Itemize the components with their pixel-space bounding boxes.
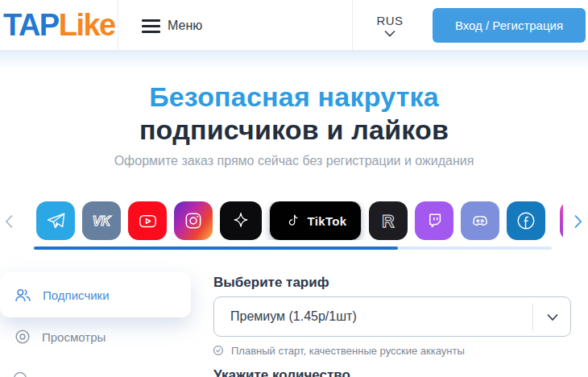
sidebar-item-label: Просмотры — [42, 330, 106, 344]
page-title-line1: Безопасная накрутка — [0, 81, 588, 114]
sidebar-item-label: Подписчики — [43, 288, 110, 302]
language-label: RUS — [372, 14, 408, 27]
tiktok-label: TikTok — [308, 214, 347, 228]
page-title: Безопасная накрутка подписчиков и лайков — [0, 81, 588, 147]
carousel-progress-fill — [34, 246, 398, 250]
header-divider-left — [118, 0, 118, 50]
page: TAPLike Меню RUS Вход / Регистрация Безо… — [0, 0, 588, 377]
network-instagram-icon[interactable] — [174, 201, 213, 240]
rutube-letter: R — [382, 212, 394, 231]
partial-icon — [13, 371, 27, 377]
chevron-down-icon — [383, 30, 396, 37]
eye-icon — [13, 327, 32, 346]
chevron-down-icon — [544, 309, 561, 326]
sidebar-item-subscribers[interactable]: Подписчики — [0, 272, 191, 317]
carousel-progress-track[interactable] — [34, 246, 552, 250]
network-twitch-icon[interactable] — [415, 201, 453, 240]
hamburger-icon — [142, 19, 160, 33]
logo-part-like: Like — [59, 8, 115, 42]
tiktok-note-icon — [284, 212, 302, 230]
network-rutube-icon[interactable]: R — [369, 201, 408, 240]
tariff-note: Плавный старт, качественные русские акка… — [212, 344, 465, 357]
header-bottom-gradient — [0, 50, 588, 69]
network-telegram-icon[interactable] — [36, 201, 75, 240]
carousel-prev-button[interactable] — [5, 214, 14, 229]
logo[interactable]: TAPLike — [3, 6, 115, 44]
network-tiktok-icon[interactable]: TikTok — [269, 201, 362, 240]
quantity-label: Укажите количество — [213, 367, 350, 377]
network-discord-icon[interactable] — [461, 201, 499, 240]
network-facebook-icon[interactable] — [507, 201, 545, 240]
check-circle-icon — [212, 344, 225, 357]
network-sparkle-icon[interactable] — [220, 201, 262, 240]
svg-text:VK: VK — [93, 213, 112, 228]
social-networks-carousel: VK TikTok R — [36, 201, 563, 240]
tariff-select[interactable]: Премиум (1.45р/1шт) — [213, 296, 571, 337]
menu-button[interactable]: Меню — [142, 19, 202, 33]
login-button[interactable]: Вход / Регистрация — [433, 8, 586, 43]
chevron-left-icon — [5, 214, 14, 229]
sidebar-item-views[interactable]: Просмотры — [0, 324, 191, 350]
network-next-partial-icon[interactable] — [560, 201, 563, 240]
logo-part-tap: TAP — [3, 8, 59, 42]
menu-label: Меню — [168, 19, 202, 33]
network-vk-icon[interactable]: VK — [82, 201, 121, 240]
select-divider — [532, 304, 533, 330]
tariff-selected-value: Премиум (1.45р/1шт) — [230, 309, 357, 324]
network-youtube-icon[interactable] — [128, 201, 167, 240]
header-divider-right — [352, 0, 353, 50]
sidebar-item-partial[interactable] — [13, 371, 27, 377]
carousel-next-button[interactable] — [574, 214, 582, 229]
tariff-note-text: Плавный старт, качественные русские акка… — [231, 345, 465, 357]
page-title-line2: подписчиков и лайков — [0, 114, 588, 147]
tariff-label: Выберите тариф — [213, 275, 329, 291]
header: TAPLike Меню RUS Вход / Регистрация — [0, 0, 588, 50]
people-icon — [13, 285, 33, 305]
language-selector[interactable]: RUS — [372, 14, 408, 37]
chevron-right-icon — [574, 214, 582, 229]
page-subtitle: Оформите заказ прямо сейчас без регистра… — [0, 154, 588, 168]
